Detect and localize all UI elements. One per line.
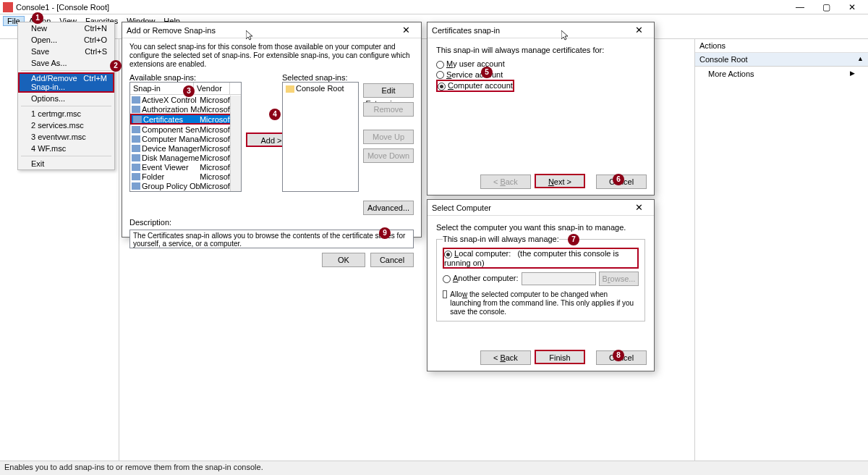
step-badge-1: 1	[32, 12, 43, 24]
browse-button[interactable]: Browse...	[599, 272, 639, 286]
file-recent-3[interactable]: 3 eventvwr.msc	[18, 131, 114, 143]
dialog-close-button[interactable]: ✕	[395, 25, 417, 35]
cancel-button[interactable]: Cancel	[370, 253, 414, 267]
snapin-row[interactable]: CertificatesMicrosoft Cor...	[130, 114, 241, 125]
col-vendor[interactable]: Vendor	[194, 83, 230, 94]
snapin-icon	[133, 116, 142, 123]
file-new[interactable]: NewCtrl+N	[18, 22, 114, 34]
status-bar: Enables you to add snap-ins to or remove…	[0, 461, 868, 475]
description-box: The Certificates snap-in allows you to b…	[129, 230, 414, 248]
step-badge-4: 4	[269, 109, 281, 120]
edit-extensions-button[interactable]: Edit Extensions...	[363, 83, 414, 98]
snapin-name: Hyper-V Manager	[142, 191, 200, 193]
snapin-row[interactable]: Component ServicesMicrosoft Cor...	[130, 125, 241, 134]
description-label: Description:	[129, 218, 414, 227]
snapin-row[interactable]: Hyper-V ManagerMicrosoft Cor...	[130, 190, 241, 192]
close-button[interactable]: ✕	[839, 2, 865, 12]
available-label: Available snap-ins:	[129, 73, 242, 82]
selected-root[interactable]: Console Root	[296, 84, 344, 93]
remove-button[interactable]: Remove	[363, 102, 414, 117]
minimize-button[interactable]: —	[787, 2, 813, 12]
snapin-row[interactable]: Event ViewerMicrosoft Cor...	[130, 162, 241, 172]
move-up-button[interactable]: Move Up	[363, 130, 414, 144]
actions-more-label: More Actions	[708, 70, 754, 78]
select-computer-intro: Select the computer you want this snap-i…	[436, 223, 645, 232]
step-badge-7: 7	[568, 234, 579, 245]
snapin-icon	[132, 164, 140, 171]
app-icon	[3, 2, 13, 12]
snapin-icon	[132, 154, 140, 161]
dialog-close-button[interactable]: ✕	[628, 25, 650, 35]
another-computer-input	[522, 272, 597, 285]
file-open[interactable]: Open...Ctrl+O	[18, 34, 114, 46]
certificates-snapin-dialog: Certificates snap-in ✕ This snap-in will…	[427, 22, 655, 196]
file-exit[interactable]: Exit	[18, 158, 114, 169]
next-button[interactable]: Next >	[535, 174, 585, 188]
snapin-name: Authorization Manager	[142, 105, 200, 114]
scrollbar[interactable]	[230, 96, 241, 191]
file-save-as[interactable]: Save As...	[18, 57, 114, 69]
selected-label: Selected snap-ins:	[282, 73, 359, 82]
chevron-right-icon: ▶	[850, 70, 855, 78]
radio-local-computer[interactable]: Local computer: (the computer this conso…	[443, 248, 639, 269]
snapin-name: Certificates	[143, 115, 200, 124]
file-options[interactable]: Options...	[18, 93, 114, 104]
snapin-icon	[132, 135, 140, 143]
snapin-row[interactable]: FolderMicrosoft Cor...	[130, 172, 241, 181]
snapin-name: Event Viewer	[142, 163, 200, 172]
radio-service-account[interactable]: Service account	[436, 70, 645, 80]
snapin-row[interactable]: Computer Managem...Microsoft Cor...	[130, 134, 241, 143]
selected-snapins-list[interactable]: Console Root	[282, 82, 359, 192]
snapin-row[interactable]: Device ManagerMicrosoft Cor...	[130, 143, 241, 153]
dialog-titlebar: Select Computer ✕	[427, 200, 654, 216]
finish-button[interactable]: Finish	[535, 350, 585, 364]
radio-computer-account[interactable]: Computer account	[436, 80, 514, 92]
snapin-icon	[132, 106, 140, 113]
actions-more[interactable]: More Actions ▶	[695, 67, 868, 81]
file-add-remove-snapin[interactable]: Add/Remove Snap-in...Ctrl+M	[18, 72, 114, 93]
step-badge-5: 5	[481, 67, 493, 78]
dialog-intro: You can select snap-ins for this console…	[129, 43, 414, 69]
dialog-title: Certificates snap-in	[432, 26, 628, 35]
snapin-name: Disk Management	[142, 154, 200, 162]
actions-subheader[interactable]: Console Root ▲	[695, 53, 868, 67]
radio-another-computer[interactable]: Another computer:	[443, 273, 519, 284]
step-badge-9: 9	[379, 227, 391, 239]
radio-my-user-account[interactable]: My user account	[436, 59, 645, 70]
available-snapins-list[interactable]: Snap-in Vendor ActiveX ControlMicrosoft …	[129, 82, 242, 192]
file-recent-2[interactable]: 2 services.msc	[18, 119, 114, 131]
snapin-icon	[132, 173, 140, 180]
dialog-titlebar: Add or Remove Snap-ins ✕	[122, 22, 421, 38]
maximize-button[interactable]: ▢	[813, 2, 839, 12]
snapin-icon	[132, 96, 140, 104]
advanced-button[interactable]: Advanced...	[363, 201, 414, 215]
actions-sub-title: Console Root	[699, 55, 748, 64]
step-badge-6: 6	[613, 174, 624, 185]
back-button[interactable]: < Back	[480, 175, 531, 189]
file-recent-1[interactable]: 1 certmgr.msc	[18, 108, 114, 119]
dialog-title: Add or Remove Snap-ins	[127, 26, 395, 35]
snapin-name: Computer Managem...	[142, 135, 200, 143]
move-down-button[interactable]: Move Down	[363, 148, 414, 163]
back-button[interactable]: < Back	[480, 350, 531, 365]
window-title: Console1 - [Console Root]	[16, 3, 787, 12]
snapin-row[interactable]: Disk ManagementMicrosoft and...	[130, 153, 241, 162]
file-menu-dropdown: NewCtrl+N Open...Ctrl+O SaveCtrl+S Save …	[17, 22, 115, 170]
dialog-title: Select Computer	[432, 203, 628, 212]
folder-icon	[286, 85, 294, 93]
file-save[interactable]: SaveCtrl+S	[18, 46, 114, 57]
snapin-row[interactable]: Authorization ManagerMicrosoft Cor...	[130, 104, 241, 114]
ok-button[interactable]: OK	[322, 253, 365, 267]
snapin-row[interactable]: Group Policy Object ...Microsoft Cor...	[130, 181, 241, 190]
window-titlebar: Console1 - [Console Root] — ▢ ✕	[0, 0, 868, 14]
dialog-titlebar: Certificates snap-in ✕	[427, 22, 654, 38]
step-badge-2: 2	[110, 60, 122, 72]
radio-icon	[443, 275, 451, 283]
certificates-intro: This snap-in will always manage certific…	[436, 46, 645, 54]
dialog-close-button[interactable]: ✕	[628, 202, 650, 213]
always-manage-group: This snap-in will always manage:	[443, 235, 559, 243]
file-recent-4[interactable]: 4 WF.msc	[18, 143, 114, 154]
allow-change-checkbox[interactable]	[443, 290, 447, 298]
snapin-name: Component Services	[142, 125, 200, 134]
snapin-icon	[132, 145, 140, 152]
